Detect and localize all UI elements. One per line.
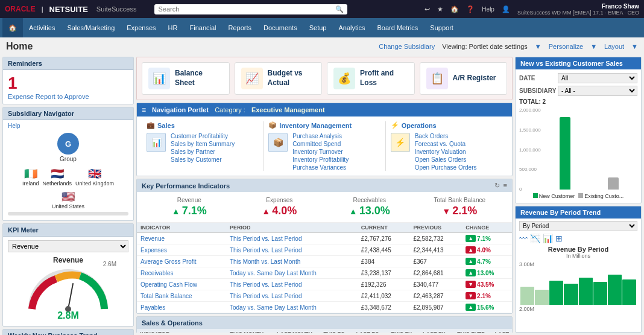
kpi-row-indicator[interactable]: Payables xyxy=(137,302,226,313)
subsidiary-filter-select[interactable]: - All - xyxy=(558,86,637,96)
subsidiary-navigator-header: Subsidiary Navigator xyxy=(3,107,133,120)
inventory-link-5[interactable]: Purchase Variances xyxy=(292,164,349,171)
kpi-summary-row: Revenue ▲ 7.1% Expenses ▲ 4.0% Receivabl… xyxy=(137,192,512,223)
nav-hr[interactable]: HR xyxy=(162,18,184,37)
kpi-row-period[interactable]: This Period vs. Last Period xyxy=(226,279,358,290)
sales-link-4[interactable]: Sales by Customer xyxy=(171,156,235,163)
inventory-link-4[interactable]: Inventory Profitability xyxy=(292,156,349,163)
kpi-row-indicator[interactable]: Total Bank Balance xyxy=(137,290,226,302)
kpi-row-previous: £2,463,287 xyxy=(409,290,462,302)
nav-expenses[interactable]: Expenses xyxy=(121,18,162,37)
change-subsidiary-link[interactable]: Change Subsidiary xyxy=(379,43,435,50)
suite-card-budget-actual[interactable]: 📈 Budget vs Actual xyxy=(235,62,323,95)
layout-dropdown-icon[interactable]: ▼ xyxy=(631,43,638,50)
settings-dropdown-icon[interactable]: ▼ xyxy=(535,43,541,50)
kpi-row-period[interactable]: This Period vs. Last Period xyxy=(226,290,358,302)
kpi-col-indicator: Indicator xyxy=(137,223,226,233)
so-col-indicator: Indicator xyxy=(137,329,220,333)
kpi-row-indicator[interactable]: Revenue xyxy=(137,233,226,244)
sales-ops-portlet: Sales & Operations Indicator This Month … xyxy=(136,316,513,333)
suite-card-balance-sheet[interactable]: 📊 Balance Sheet xyxy=(142,62,230,95)
date-filter-select[interactable]: All xyxy=(558,73,637,83)
kpi-row-previous: £2,895,987 xyxy=(409,302,462,313)
trend-table-icon[interactable]: ⊞ xyxy=(555,234,563,243)
suite-card-profit-loss[interactable]: 💰 Profit and Loss xyxy=(327,62,415,95)
flag-uk[interactable]: 🇬🇧United Kingdom xyxy=(75,167,114,187)
trend-bar-icon[interactable]: 📊 xyxy=(543,234,553,243)
kpi-row-indicator[interactable]: Expenses xyxy=(137,244,226,256)
kpi-row-period[interactable]: Today vs. Same Day Last Month xyxy=(226,302,358,313)
reminders-text[interactable]: Expense Report to Approve xyxy=(8,93,128,100)
flag-netherlands[interactable]: 🇳🇱Netherlands xyxy=(42,167,72,187)
subsidiary-help-link[interactable]: Help xyxy=(8,123,128,129)
kpi-meter-select[interactable]: Revenue xyxy=(8,240,128,252)
kpi-row-indicator[interactable]: Average Gross Profit xyxy=(137,256,226,267)
nav-financial[interactable]: Financial xyxy=(183,18,222,37)
revenue-trend-yaxis-top: 3.00M xyxy=(519,261,637,267)
search-icon[interactable]: 🔍 xyxy=(335,5,344,13)
inventory-nav-icon: 📦 xyxy=(268,133,288,152)
kpi-row-period[interactable]: Today vs. Same Day Last Month xyxy=(226,267,358,279)
kpi-refresh-icon[interactable]: ↻ xyxy=(494,182,500,190)
reminders-body: 1 Expense Report to Approve xyxy=(3,70,133,104)
so-col-this-fq: This FQ xyxy=(315,329,348,333)
back-icon[interactable]: ↩ xyxy=(425,5,430,13)
kpi-row-change: ▼ 43.5% xyxy=(462,279,512,290)
bar-group-1 xyxy=(542,117,588,190)
kpi-menu-icon[interactable]: ≡ xyxy=(504,182,507,190)
bar-existing-customer xyxy=(608,177,619,190)
home-icon[interactable]: 🏠 xyxy=(450,5,459,13)
search-input[interactable] xyxy=(158,5,335,13)
kpi-row-previous: £367 xyxy=(409,256,462,267)
kpi-row-period[interactable]: This Period vs. Last Period xyxy=(226,233,358,244)
nav-reports[interactable]: Reports xyxy=(223,18,258,37)
group-box: G Group xyxy=(8,133,128,162)
kpi-expenses-value: ▲ 4.0% xyxy=(235,205,325,217)
nav-support[interactable]: Support xyxy=(424,18,459,37)
revenue-trend-select[interactable]: By Period xyxy=(519,221,637,231)
operations-link-3[interactable]: Inventory Valuation xyxy=(415,148,477,155)
nav-documents[interactable]: Documents xyxy=(257,18,303,37)
user-icon[interactable]: 👤 xyxy=(502,5,510,13)
personalize-link[interactable]: Personalize xyxy=(549,43,583,50)
kpi-row-period[interactable]: This Month vs. Last Month xyxy=(226,256,358,267)
trend-line-icon[interactable]: 〰 xyxy=(519,234,528,243)
help-icon[interactable]: ❓ xyxy=(466,5,475,13)
kpi-row-indicator[interactable]: Receivables xyxy=(137,267,226,279)
kpi-meter-portlet: KPI Meter Revenue Revenue 2.6M xyxy=(2,223,134,327)
trend-area-icon[interactable]: 📉 xyxy=(530,234,540,243)
nav-section-inventory-content: 📦 Purchase Analysis Committed Spend Inve… xyxy=(268,133,380,171)
operations-link-5[interactable]: Open Purchase Orders xyxy=(415,164,477,171)
operations-link-4[interactable]: Open Sales Orders xyxy=(415,156,477,163)
flag-us[interactable]: 🇺🇸United States xyxy=(52,190,84,209)
sales-link-3[interactable]: Sales by Partner xyxy=(171,148,235,155)
personalize-dropdown-icon[interactable]: ▼ xyxy=(590,43,597,50)
sales-link-2[interactable]: Sales by Item Summary xyxy=(171,141,235,147)
star-icon[interactable]: ★ xyxy=(437,5,443,13)
flag-ireland[interactable]: 🇮🇪Ireland xyxy=(22,167,39,187)
inventory-link-1[interactable]: Purchase Analysis xyxy=(292,133,349,139)
nav-sales-marketing[interactable]: Sales/Marketing xyxy=(61,18,121,37)
suite-card-ar-register[interactable]: 📋 A/R Register xyxy=(420,62,508,95)
nav-analytics[interactable]: Analytics xyxy=(332,18,371,37)
kpi-row-indicator[interactable]: Operating Cash Flow xyxy=(137,279,226,290)
table-row: Receivables Today vs. Same Day Last Mont… xyxy=(137,267,512,279)
nav-setup[interactable]: Setup xyxy=(303,18,333,37)
nav-activities[interactable]: Activities xyxy=(23,18,61,37)
inventory-link-2[interactable]: Committed Spend xyxy=(292,141,349,147)
nav-home[interactable]: 🏠 xyxy=(2,18,23,37)
subsidiary-scrollbar[interactable] xyxy=(8,212,128,215)
sales-link-1[interactable]: Customer Profitability xyxy=(171,133,235,139)
kpi-col-change: Change xyxy=(462,223,512,233)
inventory-link-3[interactable]: Inventory Turnover xyxy=(292,148,349,155)
kpi-row-period[interactable]: This Period vs. Last Period xyxy=(226,244,358,256)
nav-board-metrics[interactable]: Board Metrics xyxy=(371,18,424,37)
nav-section-sales: 💼 Sales 📊 Customer Profitability Sales b… xyxy=(142,121,264,171)
total-label: TOTAL: 2 xyxy=(519,98,637,105)
operations-link-1[interactable]: Back Orders xyxy=(415,133,477,139)
layout-link[interactable]: Layout xyxy=(604,43,624,50)
table-row: Average Gross Profit This Month vs. Last… xyxy=(137,256,512,267)
kpi-row-current: £2,438,445 xyxy=(358,244,410,256)
operations-link-2[interactable]: Forecast vs. Quota xyxy=(415,141,477,147)
revenue-up-arrow: ▲ xyxy=(172,206,180,216)
